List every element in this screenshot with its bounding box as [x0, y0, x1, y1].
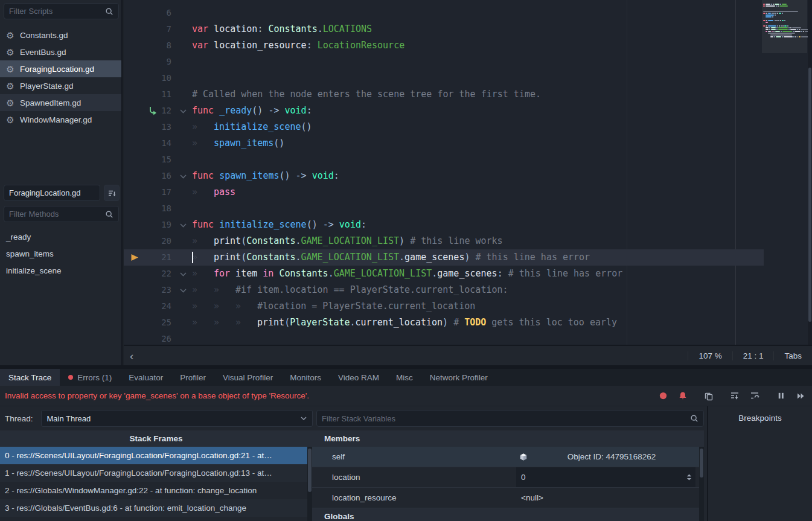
break-button[interactable]	[774, 389, 787, 403]
fold-chevron-icon[interactable]	[180, 109, 187, 113]
code-line-18[interactable]: 18	[124, 200, 764, 217]
debugger-tab-video-ram[interactable]: Video RAM	[330, 369, 388, 386]
debugger-tab-evaluator[interactable]: Evaluator	[120, 369, 171, 386]
step-over-button[interactable]	[748, 389, 761, 403]
gutter[interactable]: 6	[124, 5, 192, 21]
script-list-item[interactable]: ⚙WindowManager.gd	[0, 111, 121, 128]
gutter[interactable]: 18	[124, 200, 192, 217]
debugger-tab-profiler[interactable]: Profiler	[171, 369, 214, 386]
filter-scripts-input[interactable]: Filter Scripts	[4, 3, 119, 19]
line-number[interactable]: 9	[124, 54, 171, 70]
gutter[interactable]: 26	[124, 331, 192, 345]
debugger-tab-misc[interactable]: Misc	[388, 369, 421, 386]
script-list-item[interactable]: ⚙PlayerState.gd	[0, 77, 121, 94]
line-number[interactable]: 15	[124, 152, 171, 168]
gutter[interactable]: 24	[124, 298, 192, 315]
code-line-21[interactable]: 21»print(Constants.GAME_LOCATION_LIST.ga…	[124, 249, 764, 266]
stack-frame-row[interactable]: 0 - res://Scenes/UILayout/ForagingLocati…	[0, 447, 307, 464]
script-list-item[interactable]: ⚙ForagingLocation.gd	[0, 60, 121, 77]
line-number[interactable]: 17	[124, 184, 171, 200]
gutter[interactable]: 13	[124, 119, 192, 135]
gutter[interactable]: 12	[124, 103, 192, 119]
stack-frames-scrollbar[interactable]	[307, 447, 312, 521]
fold-chevron-icon[interactable]	[180, 272, 187, 276]
member-value[interactable]: <null>	[516, 488, 695, 508]
line-number[interactable]: 12	[124, 103, 171, 119]
code-line-20[interactable]: 20»print(Constants.GAME_LOCATION_LIST) #…	[124, 233, 764, 249]
line-number[interactable]: 16	[124, 168, 171, 184]
current-script-field[interactable]: ForagingLocation.gd	[4, 185, 100, 201]
cursor-position[interactable]: 21 : 1	[732, 351, 774, 360]
line-number[interactable]: 24	[124, 298, 171, 315]
line-number[interactable]: 22	[124, 266, 171, 282]
continue-button[interactable]	[794, 389, 807, 403]
line-number[interactable]: 10	[124, 70, 171, 86]
fold-chevron-icon[interactable]	[180, 174, 187, 179]
debugger-tab-network-profiler[interactable]: Network Profiler	[421, 369, 496, 386]
code-line-8[interactable]: 8var location_resource: LocationResource	[124, 37, 764, 54]
scrollbar-thumb[interactable]	[308, 449, 312, 492]
scroll-left-icon[interactable]: ‹	[130, 350, 133, 362]
code-line-16[interactable]: 16func spawn_items() -> void:	[124, 168, 764, 184]
code-line-25[interactable]: 25»»»print(PlayerState.current_location)…	[124, 315, 764, 331]
line-number[interactable]: 21	[124, 249, 171, 266]
code-line-12[interactable]: 12func _ready() -> void:	[124, 103, 764, 119]
line-number[interactable]: 11	[124, 86, 171, 103]
code-line-19[interactable]: 19func initialize_scene() -> void:	[124, 217, 764, 233]
gutter[interactable]: 8	[124, 37, 192, 54]
line-number[interactable]: 23	[124, 282, 171, 298]
gutter[interactable]: 20	[124, 233, 192, 249]
gutter[interactable]: 22	[124, 266, 192, 282]
indent-type[interactable]: Tabs	[773, 351, 812, 360]
line-number[interactable]: 18	[124, 200, 171, 217]
members-scrollbar[interactable]	[699, 447, 704, 521]
zoom-level[interactable]: 107 %	[688, 351, 732, 360]
gutter[interactable]: 11	[124, 86, 192, 103]
code-line-17[interactable]: 17»pass	[124, 184, 764, 200]
gutter[interactable]: 23	[124, 282, 192, 298]
gutter[interactable]: 15	[124, 152, 192, 168]
gutter[interactable]: 21	[124, 249, 192, 266]
filter-methods-input[interactable]: Filter Methods	[4, 206, 119, 222]
gutter[interactable]: 10	[124, 70, 192, 86]
code-line-7[interactable]: 7var location: Constants.LOCATIONS	[124, 21, 764, 37]
gutter[interactable]: 7	[124, 21, 192, 37]
member-value[interactable]: Object ID: 44795168262	[516, 447, 695, 467]
stack-frame-row[interactable]: 3 - res://Globals/EventBus.gd:6 - at fun…	[0, 499, 307, 517]
code-editor[interactable]: 67var location: Constants.LOCATIONS8var …	[124, 0, 812, 345]
code-line-26[interactable]: 26	[124, 331, 764, 345]
stack-frame-row[interactable]: 2 - res://Globals/WindowManager.gd:22 - …	[0, 482, 307, 499]
filter-stack-variables-input[interactable]: Filter Stack Variables	[316, 410, 704, 427]
debugger-tab-errors-1-[interactable]: Errors (1)	[60, 369, 120, 386]
gutter[interactable]: 17	[124, 184, 192, 200]
method-list-item[interactable]: spawn_items	[0, 246, 121, 263]
script-list-item[interactable]: ⚙Constants.gd	[0, 27, 121, 43]
line-number[interactable]: 13	[124, 119, 171, 135]
gutter[interactable]: 16	[124, 168, 192, 184]
code-line-6[interactable]: 6	[124, 5, 764, 21]
editor-vertical-scrollbar[interactable]	[808, 0, 812, 345]
copy-error-button[interactable]	[702, 389, 715, 403]
step-into-button[interactable]	[728, 389, 741, 403]
spinner-updown-icon[interactable]	[686, 473, 692, 481]
gutter[interactable]: 9	[124, 54, 192, 70]
thread-dropdown[interactable]: Main Thread	[41, 410, 313, 427]
scrollbar-thumb[interactable]	[808, 68, 811, 322]
line-number[interactable]: 7	[124, 21, 171, 37]
line-number[interactable]: 20	[124, 233, 171, 249]
gutter[interactable]: 14	[124, 135, 192, 152]
line-number[interactable]: 19	[124, 217, 171, 233]
stack-frame-row[interactable]: 1 - res://Scenes/UILayout/ForagingLocati…	[0, 464, 307, 482]
code-line-22[interactable]: 22»for item in Constants.GAME_LOCATION_L…	[124, 266, 764, 282]
member-row-self[interactable]: selfObject ID: 44795168262	[312, 447, 704, 467]
code-line-15[interactable]: 15	[124, 152, 764, 168]
gutter[interactable]: 25	[124, 315, 192, 331]
script-list-item[interactable]: ⚙SpawnedItem.gd	[0, 94, 121, 111]
ignore-error-breaks-button[interactable]	[676, 389, 689, 403]
code-line-11[interactable]: 11# Called when the node enters the scen…	[124, 86, 764, 103]
line-number[interactable]: 8	[124, 37, 171, 54]
scrollbar-thumb[interactable]	[700, 449, 703, 478]
script-list-item[interactable]: ⚙EventBus.gd	[0, 43, 121, 60]
minimap[interactable]	[762, 0, 807, 53]
fold-chevron-icon[interactable]	[180, 289, 187, 293]
